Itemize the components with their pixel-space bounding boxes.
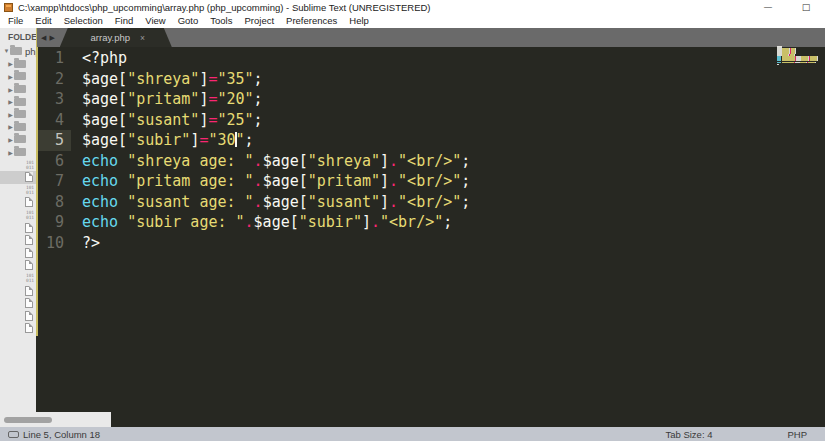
line-source: echo "subir age: ".$age["subir"]."<br/>"… xyxy=(82,212,452,233)
menu-selection[interactable]: Selection xyxy=(58,14,109,28)
tree-item-folder-2[interactable]: ▶ xyxy=(0,70,36,83)
maximize-button[interactable]: □ xyxy=(787,0,825,14)
tree-item-file-17[interactable] xyxy=(0,259,36,272)
code-line-5[interactable]: 5$age["subir"]="30"; xyxy=(38,130,825,151)
chevron-right-icon[interactable]: ▶ xyxy=(7,136,14,143)
folder-icon xyxy=(14,98,26,106)
tab-close-icon[interactable]: × xyxy=(140,33,147,43)
tree-item-folder-4[interactable]: ▶ xyxy=(0,95,36,108)
tree-item-folder-6[interactable]: ▶ xyxy=(0,121,36,134)
chevron-down-icon[interactable]: ▼ xyxy=(3,48,10,54)
binary-file-icon: 101011 xyxy=(25,185,35,195)
code-line-1[interactable]: 1<?php xyxy=(38,48,825,69)
menu-edit[interactable]: Edit xyxy=(29,14,57,28)
line-source: $age["susant"]="25"; xyxy=(82,110,263,131)
menu-file[interactable]: File xyxy=(2,14,29,28)
tree-item-file-14[interactable] xyxy=(0,221,36,234)
tree-item-file-15[interactable] xyxy=(0,234,36,247)
file-icon xyxy=(25,323,33,333)
tree-item-binary-13[interactable]: 101011 xyxy=(0,209,36,222)
line-source: ?> xyxy=(82,233,100,254)
line-source: echo "shreya age: ".$age["shreya"]."<br/… xyxy=(82,151,470,172)
tree-item-file-12[interactable] xyxy=(0,196,36,209)
status-mode-icon xyxy=(8,431,19,438)
tree-item-folder-5[interactable]: ▶ xyxy=(0,108,36,121)
line-source: $age["pritam"]="20"; xyxy=(82,89,263,110)
folder-icon xyxy=(14,85,26,93)
title-bar: C:\xampp\htdocs\php_upcomming\array.php … xyxy=(0,0,825,14)
code-editor[interactable]: 1<?php2$age["shreya"]="35";3$age["pritam… xyxy=(38,48,825,253)
tree-item-file-21[interactable] xyxy=(0,309,36,322)
menu-tools[interactable]: Tools xyxy=(204,14,238,28)
line-number: 6 xyxy=(38,151,71,172)
window-title: C:\xampp\htdocs\php_upcomming\array.php … xyxy=(18,2,431,13)
tree-item-file-10[interactable] xyxy=(0,171,36,184)
line-number: 2 xyxy=(38,69,71,90)
line-number: 9 xyxy=(38,212,71,233)
file-icon xyxy=(25,286,33,296)
folder-icon xyxy=(14,72,26,80)
tree-item-binary-11[interactable]: 101011 xyxy=(0,184,36,197)
chevron-right-icon[interactable]: ▶ xyxy=(7,149,14,156)
tab-array-php[interactable]: array.php × xyxy=(60,28,172,47)
tree-item-file-20[interactable] xyxy=(0,297,36,310)
code-line-8[interactable]: 8echo "susant age: ".$age["susant"]."<br… xyxy=(38,192,825,213)
file-icon xyxy=(25,260,33,270)
line-number: 7 xyxy=(38,171,71,192)
code-line-10[interactable]: 10?> xyxy=(38,233,825,254)
line-source: <?php xyxy=(82,48,127,69)
binary-file-icon: 101011 xyxy=(25,273,35,283)
line-number: 4 xyxy=(38,110,71,131)
code-line-3[interactable]: 3$age["pritam"]="20"; xyxy=(38,89,825,110)
menu-project[interactable]: Project xyxy=(238,14,280,28)
tree-item-file-22[interactable] xyxy=(0,322,36,335)
menu-goto[interactable]: Goto xyxy=(172,14,205,28)
chevron-right-icon[interactable]: ▶ xyxy=(7,86,14,93)
code-line-4[interactable]: 4$age["susant"]="25"; xyxy=(38,110,825,131)
status-bar: Line 5, Column 18 Tab Size: 4 PHP xyxy=(0,427,825,441)
tree-item-binary-18[interactable]: 101011 xyxy=(0,272,36,285)
line-source: $age["subir"]="30"; xyxy=(82,130,254,151)
folder-icon xyxy=(14,110,26,118)
folder-icon xyxy=(14,148,26,156)
code-line-9[interactable]: 9echo "subir age: ".$age["subir"]."<br/>… xyxy=(38,212,825,233)
chevron-right-icon[interactable]: ▶ xyxy=(7,73,14,80)
tree-item-folder-3[interactable]: ▶ xyxy=(0,83,36,96)
menu-preferences[interactable]: Preferences xyxy=(280,14,343,28)
tree-item-php_upcomming[interactable]: ▼php_upcomming xyxy=(0,45,36,58)
tab-forward-icon[interactable]: ▶ xyxy=(49,34,54,42)
code-line-2[interactable]: 2$age["shreya"]="35"; xyxy=(38,69,825,90)
sublime-text-window: C:\xampp\htdocs\php_upcomming\array.php … xyxy=(0,0,825,441)
code-line-6[interactable]: 6echo "shreya age: ".$age["shreya"]."<br… xyxy=(38,151,825,172)
tree-item-file-19[interactable] xyxy=(0,284,36,297)
minimize-button[interactable]: — xyxy=(749,0,787,14)
tree-item-folder-8[interactable]: ▶ xyxy=(0,146,36,159)
sidebar-hscroll-track[interactable] xyxy=(0,412,111,427)
menu-bar: FileEditSelectionFindViewGotoToolsProjec… xyxy=(0,14,825,28)
chevron-right-icon[interactable]: ▶ xyxy=(7,111,14,118)
tree-item-binary-9[interactable]: 101011 xyxy=(0,158,36,171)
file-icon xyxy=(25,248,33,258)
chevron-right-icon[interactable]: ▶ xyxy=(7,123,14,130)
file-tree: ▼php_upcomming▶▶▶▶▶▶▶▶101011101011101011… xyxy=(0,45,36,335)
line-source: echo "pritam age: ".$age["pritam"]."<br/… xyxy=(82,171,470,192)
menu-view[interactable]: View xyxy=(139,14,171,28)
code-line-7[interactable]: 7echo "pritam age: ".$age["pritam"]."<br… xyxy=(38,171,825,192)
tree-item-folder-1[interactable]: ▶ xyxy=(0,58,36,71)
tree-item-file-16[interactable] xyxy=(0,247,36,260)
main-area: FOLDERS ▼php_upcomming▶▶▶▶▶▶▶▶1010111010… xyxy=(0,28,825,427)
minimap[interactable] xyxy=(777,46,823,66)
tab-back-icon[interactable]: ◀ xyxy=(41,34,46,42)
sublime-logo-icon xyxy=(4,3,13,12)
menu-find[interactable]: Find xyxy=(109,14,139,28)
tree-item-folder-7[interactable]: ▶ xyxy=(0,133,36,146)
chevron-right-icon[interactable]: ▶ xyxy=(7,60,14,67)
chevron-right-icon[interactable]: ▶ xyxy=(7,98,14,105)
sidebar-hscroll-thumb[interactable] xyxy=(4,417,52,423)
tab-size-indicator[interactable]: Tab Size: 4 xyxy=(665,429,712,440)
editor-pane: ◀ ▶ array.php × 1<?php2$age["shreya"]="3… xyxy=(38,28,825,427)
menu-help[interactable]: Help xyxy=(343,14,375,28)
syntax-indicator[interactable]: PHP xyxy=(787,429,807,440)
binary-file-icon: 101011 xyxy=(25,210,35,220)
sidebar-folders-panel: FOLDERS ▼php_upcomming▶▶▶▶▶▶▶▶1010111010… xyxy=(0,28,36,412)
